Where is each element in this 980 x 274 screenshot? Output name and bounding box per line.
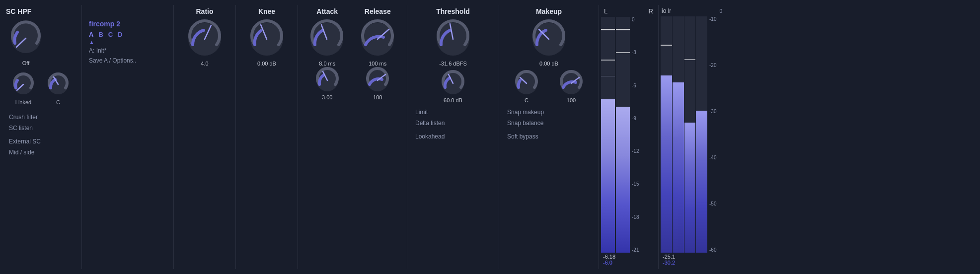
limit-option[interactable]: Limit (415, 107, 491, 118)
io-value-white: -25.1 (663, 254, 675, 260)
sc-hpf-section: SC HPF Off Linked (0, 5, 82, 269)
lookahead-option[interactable]: Lookahead (415, 132, 491, 142)
io-label: io lr (662, 7, 671, 14)
threshold-sub-value: 60.0 dB (444, 97, 462, 103)
threshold-title: Threshold (436, 7, 470, 15)
makeup-sub-c-knob[interactable] (513, 69, 540, 97)
attack-sub-knob[interactable] (313, 67, 341, 94)
makeup-value: 0.00 dB (539, 61, 558, 67)
release-knob[interactable] (357, 18, 399, 61)
io-value-blue: -30.2 (663, 260, 675, 266)
release-title: Release (355, 7, 400, 15)
release-knob-col: 100 ms (357, 18, 399, 67)
knee-knob[interactable] (246, 18, 288, 61)
gr-l-label: L (604, 7, 607, 15)
io-bar-4 (696, 16, 707, 253)
sc-hpf-knob[interactable] (6, 18, 46, 58)
release-sub-knob-col: 100 (364, 67, 391, 100)
gr-scale: 0 -3 -6 -9 -12 -15 -18 -21 (630, 17, 656, 253)
gr-value-white: -6.18 (603, 254, 615, 260)
io-bar-2 (673, 16, 684, 253)
sc-hpf-options: Crush filter SC listen External SC Mid /… (6, 112, 44, 158)
crush-filter-option[interactable]: Crush filter (9, 112, 41, 123)
gr-l-bar (601, 17, 615, 253)
io-bars-scale: -10 -20 -30 -40 -50 -60 (661, 16, 723, 253)
sc-hpf-knob-wrap: Off (6, 18, 46, 66)
preset-arrow: ▲ (89, 39, 94, 45)
io-title-row: io lr 0 (661, 7, 723, 16)
sc-hpf-title: SC HPF (6, 7, 31, 15)
release-value: 100 ms (369, 61, 386, 67)
makeup-options: Snap makeup Snap balance Soft bypass (504, 107, 594, 142)
gr-values: -6.18 -6.0 (601, 253, 656, 267)
attack-release-knobs: 8.0 ms 100 ms (302, 18, 403, 67)
threshold-section: Threshold -31.6 dBFS 60.0 dB Limit Delta… (407, 5, 499, 269)
knee-value: 0.00 dB (257, 61, 276, 67)
preset-slot-b[interactable]: B (98, 31, 103, 38)
snap-balance-option[interactable]: Snap balance (507, 118, 591, 129)
sc-hpf-value: Off (22, 60, 29, 66)
attack-sub-value: 3.00 (322, 94, 332, 100)
linked-knob[interactable] (10, 71, 37, 98)
sc-hpf-lower-row: Linked C (6, 70, 75, 106)
preset-slot-c[interactable]: C (108, 31, 113, 38)
attack-sub-knob-col: 3.00 (313, 67, 341, 100)
preset-name: fircomp 2 (89, 20, 120, 28)
threshold-value: -31.6 dBFS (439, 61, 467, 67)
gr-value-blue: -6.0 (603, 260, 612, 266)
makeup-sub-100-col: 100 (557, 69, 585, 103)
preset-slot-a[interactable]: A (89, 31, 93, 38)
makeup-sub-100-knob[interactable] (557, 69, 585, 97)
attack-title: Attack (305, 7, 350, 15)
attack-release-titles: Attack Release (302, 7, 403, 18)
preset-slot-d[interactable]: D (118, 31, 122, 38)
knee-title: Knee (258, 7, 275, 15)
io-bar-3 (684, 16, 696, 253)
attack-value: 8.0 ms (319, 61, 335, 67)
ratio-title: Ratio (196, 7, 214, 15)
preset-save[interactable]: Save A / Options.. (89, 57, 136, 64)
ratio-value: 4.0 (201, 61, 208, 67)
knee-section: Knee 0.00 dB (236, 5, 298, 269)
sc-listen-option[interactable]: SC listen (9, 123, 41, 134)
threshold-knob[interactable] (432, 18, 474, 61)
io-meter-section: io lr 0 (658, 5, 725, 269)
io-bars (661, 16, 707, 253)
attack-release-sub-knobs: 3.00 100 (302, 67, 403, 100)
threshold-sub-knob[interactable] (439, 69, 467, 97)
linked-knob-label: Linked (15, 99, 31, 105)
c-knob-wrap: C (45, 71, 72, 105)
plugin-container: SC HPF Off Linked (0, 0, 980, 274)
attack-knob[interactable] (306, 18, 348, 61)
gr-meter-section: L R 0 -3 -6 (599, 5, 658, 269)
gr-r-label: R (649, 7, 653, 15)
snap-makeup-option[interactable]: Snap makeup (507, 107, 591, 118)
release-sub-knob[interactable] (364, 67, 391, 94)
makeup-title: Makeup (536, 7, 562, 15)
threshold-options: Limit Delta listen Lookahead (412, 107, 494, 142)
preset-current: A: Init* (89, 47, 106, 54)
ratio-section: Ratio 4.0 (174, 5, 236, 269)
linked-knob-wrap: Linked (10, 71, 37, 105)
makeup-sub-100-value: 100 (567, 97, 576, 103)
delta-listen-option[interactable]: Delta listen (415, 118, 491, 129)
attack-release-section: Attack Release 8.0 ms 1 (298, 5, 407, 269)
makeup-knob[interactable] (528, 18, 570, 61)
preset-slots: A B C D (89, 31, 123, 38)
makeup-section: Makeup 0.00 dB C (499, 5, 599, 269)
c-knob-label: C (56, 99, 60, 105)
attack-knob-col: 8.0 ms (306, 18, 348, 67)
mid-side-option[interactable]: Mid / side (9, 147, 41, 158)
release-sub-value: 100 (373, 94, 382, 100)
external-sc-option[interactable]: External SC (9, 137, 41, 147)
gr-bars-scale: 0 -3 -6 -9 -12 -15 -18 -21 (601, 17, 656, 253)
gr-title-row: L R (601, 7, 656, 17)
makeup-sub-c-value: C (525, 97, 528, 103)
makeup-sub-c-col: C (513, 69, 540, 103)
ratio-knob[interactable] (184, 18, 226, 61)
io-bar-1 (661, 16, 672, 253)
io-values: -25.1 -30.2 (661, 253, 723, 267)
makeup-sub-row: C 100 (504, 69, 594, 103)
soft-bypass-option[interactable]: Soft bypass (507, 132, 591, 142)
c-knob[interactable] (45, 71, 72, 98)
